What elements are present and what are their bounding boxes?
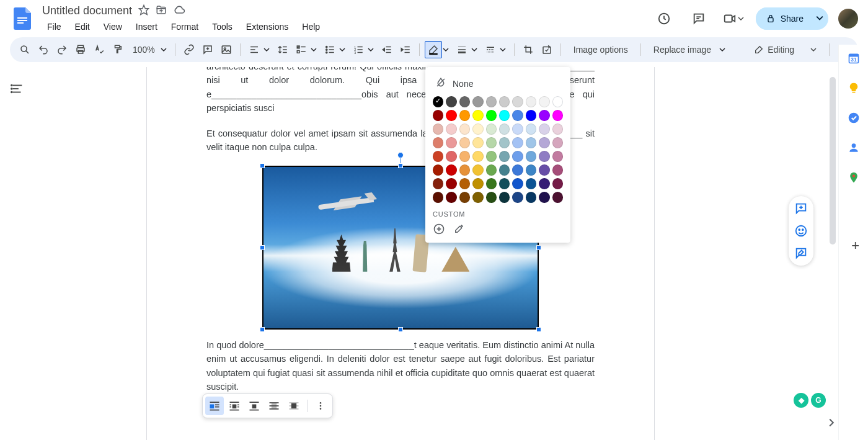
color-swatch[interactable] <box>486 137 497 148</box>
image-options-button[interactable]: Image options <box>566 41 636 58</box>
border-dash-dropdown-icon[interactable] <box>499 47 507 53</box>
resize-handle[interactable] <box>260 327 265 332</box>
insert-link-icon[interactable] <box>180 41 198 58</box>
numbered-list-icon[interactable]: 123 <box>350 41 367 58</box>
document-title[interactable]: Untitled document <box>42 4 132 17</box>
color-swatch[interactable] <box>459 123 470 135</box>
wrap-text-icon[interactable] <box>225 397 244 415</box>
color-swatch[interactable] <box>499 123 510 135</box>
color-swatch[interactable] <box>552 137 563 148</box>
tasks-app-icon[interactable] <box>848 112 860 124</box>
calendar-app-icon[interactable]: 31 <box>848 52 860 65</box>
line-spacing-icon[interactable] <box>274 41 291 58</box>
add-custom-color-icon[interactable] <box>433 223 445 235</box>
insert-image-icon[interactable] <box>218 41 235 58</box>
menu-help[interactable]: Help <box>297 19 325 34</box>
resize-handle[interactable] <box>260 163 265 168</box>
color-swatch[interactable] <box>459 110 470 121</box>
grammarly-widget[interactable]: ◆ G <box>794 393 826 408</box>
border-color-dropdown-icon[interactable] <box>442 47 450 53</box>
color-swatch[interactable] <box>472 164 483 176</box>
color-swatch[interactable] <box>512 192 523 203</box>
color-swatch[interactable] <box>526 96 536 107</box>
color-swatch[interactable] <box>486 192 497 203</box>
crop-icon[interactable] <box>520 41 537 58</box>
color-swatch[interactable] <box>552 164 563 176</box>
comments-icon[interactable] <box>686 6 711 31</box>
color-swatch[interactable] <box>446 110 456 121</box>
share-button[interactable]: Share <box>756 7 813 30</box>
color-swatch[interactable] <box>472 192 483 203</box>
keep-app-icon[interactable] <box>848 82 860 94</box>
add-comment-icon[interactable] <box>199 41 216 58</box>
border-weight-icon[interactable] <box>453 41 471 58</box>
color-swatch[interactable] <box>472 137 483 148</box>
cloud-status-icon[interactable] <box>173 4 185 18</box>
color-swatch[interactable] <box>446 164 456 176</box>
account-avatar[interactable] <box>838 9 858 29</box>
move-icon[interactable] <box>156 4 167 17</box>
color-swatch[interactable] <box>526 151 536 162</box>
print-icon[interactable] <box>72 41 89 58</box>
color-swatch[interactable] <box>486 110 497 121</box>
rotate-handle[interactable] <box>397 152 404 158</box>
color-swatch[interactable] <box>539 110 549 121</box>
color-swatch[interactable] <box>459 96 470 107</box>
color-swatch[interactable] <box>512 137 523 148</box>
color-swatch[interactable] <box>486 151 497 162</box>
image-more-options-icon[interactable] <box>311 397 330 415</box>
resize-handle[interactable] <box>536 245 541 250</box>
menu-extensions[interactable]: Extensions <box>241 19 293 34</box>
color-swatch[interactable] <box>539 192 549 203</box>
color-swatch[interactable] <box>459 164 470 176</box>
border-dash-icon[interactable] <box>482 41 499 58</box>
color-swatch[interactable] <box>539 137 549 148</box>
color-swatch[interactable] <box>446 192 456 203</box>
color-swatch[interactable] <box>539 178 549 189</box>
resize-handle[interactable] <box>536 327 541 332</box>
editing-mode-button[interactable]: Editing <box>746 41 824 58</box>
color-swatch[interactable] <box>459 137 470 148</box>
star-icon[interactable] <box>138 4 149 17</box>
color-swatch[interactable] <box>512 110 523 121</box>
color-swatch[interactable] <box>472 123 483 135</box>
color-swatch[interactable] <box>433 151 443 162</box>
color-swatch[interactable] <box>499 151 510 162</box>
zoom-select[interactable]: 100% <box>128 41 160 58</box>
resize-handle[interactable] <box>398 327 403 332</box>
color-swatch[interactable] <box>499 192 510 203</box>
color-swatch[interactable] <box>472 178 483 189</box>
outline-toggle-icon[interactable] <box>11 82 24 440</box>
color-swatch[interactable] <box>526 192 536 203</box>
get-addons-icon[interactable]: + <box>851 238 859 254</box>
color-swatch[interactable] <box>499 178 510 189</box>
color-swatch[interactable] <box>526 110 536 121</box>
color-swatch[interactable] <box>446 123 456 135</box>
add-emoji-floating-icon[interactable] <box>794 223 808 238</box>
color-swatch[interactable] <box>539 151 549 162</box>
document-page[interactable]: architecto deserunt et corrupti rerum! Q… <box>146 67 655 440</box>
eyedropper-icon[interactable] <box>453 223 465 235</box>
share-dropdown[interactable] <box>813 7 828 30</box>
color-swatch[interactable] <box>499 164 510 176</box>
docs-logo[interactable] <box>10 6 35 31</box>
spellcheck-icon[interactable] <box>91 41 108 58</box>
color-swatch[interactable] <box>512 123 523 135</box>
color-none-option[interactable]: None <box>433 73 563 96</box>
resize-handle[interactable] <box>398 163 403 168</box>
color-swatch[interactable] <box>459 151 470 162</box>
color-swatch[interactable] <box>472 151 483 162</box>
color-swatch[interactable] <box>486 164 497 176</box>
checklist-icon[interactable] <box>293 41 310 58</box>
color-swatch[interactable] <box>446 178 456 189</box>
color-swatch[interactable] <box>552 192 563 203</box>
color-swatch[interactable] <box>446 96 456 107</box>
color-swatch[interactable] <box>433 96 443 107</box>
contacts-app-icon[interactable] <box>848 141 860 154</box>
wrap-break-icon[interactable] <box>245 397 264 415</box>
checklist-dropdown-icon[interactable] <box>310 47 317 53</box>
decrease-indent-icon[interactable] <box>378 41 396 58</box>
color-swatch[interactable] <box>433 178 443 189</box>
color-swatch[interactable] <box>552 96 563 107</box>
color-swatch[interactable] <box>526 123 536 135</box>
